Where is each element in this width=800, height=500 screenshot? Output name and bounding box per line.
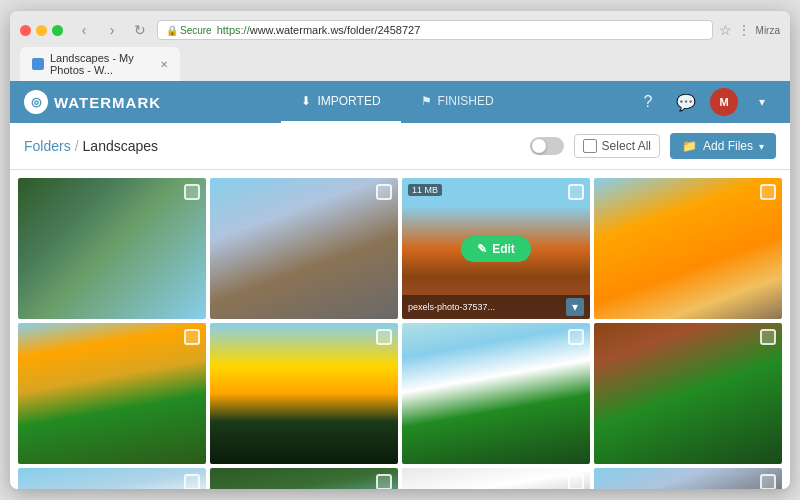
- logo-text: WATERMARK: [54, 94, 161, 111]
- photo-size: 11 MB: [408, 184, 442, 196]
- photo-download-button[interactable]: ▾: [566, 298, 584, 316]
- traffic-lights: [20, 25, 63, 36]
- photo-checkbox[interactable]: [760, 474, 776, 489]
- secure-badge: 🔒 Secure: [166, 25, 212, 36]
- breadcrumb-current: Landscapes: [83, 138, 159, 154]
- lock-icon: 🔒: [166, 25, 178, 36]
- photo-item[interactable]: [210, 323, 398, 464]
- pencil-icon: ✎: [477, 242, 487, 256]
- nav-tabs: ⬇ IMPORTED ⚑ FINISHED: [171, 81, 624, 123]
- address-domain: www.watermark.ws/folder/2458727: [250, 24, 421, 36]
- chat-button[interactable]: 💬: [672, 88, 700, 116]
- address-secure-part: https://: [217, 24, 250, 36]
- select-all-checkbox: [583, 139, 597, 153]
- refresh-button[interactable]: ↻: [129, 19, 151, 41]
- flag-icon: ⚑: [421, 94, 432, 108]
- photo-checkbox[interactable]: [376, 474, 392, 489]
- photo-info-bar: pexels-photo-37537...▾: [402, 295, 590, 319]
- extensions-icon[interactable]: ⋮: [738, 23, 750, 37]
- photo-checkbox[interactable]: [760, 329, 776, 345]
- photo-item[interactable]: ✎ Edit11 MBpexels-photo-37537...▾: [402, 178, 590, 319]
- import-icon: ⬇: [301, 94, 311, 108]
- toolbar-right: Select All 📁 Add Files ▾: [530, 133, 776, 159]
- tab-finished-label: FINISHED: [438, 94, 494, 108]
- photo-checkbox[interactable]: [376, 329, 392, 345]
- header-actions: ? 💬 M ▾: [634, 88, 776, 116]
- toggle-track[interactable]: [530, 137, 564, 155]
- user-label: Mirza: [756, 25, 780, 36]
- add-files-button[interactable]: 📁 Add Files ▾: [670, 133, 776, 159]
- app-header: ◎ WATERMARK ⬇ IMPORTED ⚑ FINISHED ? 💬 M …: [10, 81, 790, 123]
- toggle-thumb: [532, 139, 546, 153]
- edit-button[interactable]: ✎ Edit: [461, 236, 531, 262]
- photo-item[interactable]: [18, 178, 206, 319]
- photo-checkbox[interactable]: [568, 474, 584, 489]
- photo-item[interactable]: [18, 323, 206, 464]
- select-all-button[interactable]: Select All: [574, 134, 660, 158]
- tab-favicon: [32, 58, 44, 70]
- breadcrumb: Folders / Landscapes: [24, 138, 530, 154]
- tab-imported[interactable]: ⬇ IMPORTED: [281, 81, 400, 123]
- chevron-down-icon[interactable]: ▾: [748, 88, 776, 116]
- breadcrumb-separator: /: [75, 138, 79, 154]
- browser-controls: ‹ › ↻ 🔒 Secure https://www.watermark.ws/…: [20, 19, 780, 41]
- photo-grid: ✎ Edit11 MBpexels-photo-37537...▾: [18, 178, 782, 489]
- photo-grid-container[interactable]: ✎ Edit11 MBpexels-photo-37537...▾: [10, 170, 790, 489]
- add-files-chevron-icon: ▾: [759, 141, 764, 152]
- photo-item[interactable]: [594, 178, 782, 319]
- address-text: https://www.watermark.ws/folder/2458727: [217, 24, 421, 36]
- add-files-label: Add Files: [703, 139, 753, 153]
- photo-checkbox[interactable]: [184, 329, 200, 345]
- photo-filename: pexels-photo-37537...: [408, 302, 566, 312]
- photo-item[interactable]: [210, 178, 398, 319]
- select-all-label: Select All: [602, 139, 651, 153]
- browser-chrome: ‹ › ↻ 🔒 Secure https://www.watermark.ws/…: [10, 11, 790, 81]
- close-button[interactable]: [20, 25, 31, 36]
- active-tab[interactable]: Landscapes - My Photos - W... ✕: [20, 47, 180, 81]
- photo-checkbox[interactable]: [568, 329, 584, 345]
- photo-item[interactable]: [210, 468, 398, 489]
- minimize-button[interactable]: [36, 25, 47, 36]
- photo-checkbox[interactable]: [184, 474, 200, 489]
- help-button[interactable]: ?: [634, 88, 662, 116]
- photo-item[interactable]: [594, 468, 782, 489]
- browser-window: ‹ › ↻ 🔒 Secure https://www.watermark.ws/…: [10, 11, 790, 489]
- photo-item[interactable]: [18, 468, 206, 489]
- secure-label: Secure: [180, 25, 212, 36]
- add-icon: 📁: [682, 139, 697, 153]
- logo-area: ◎ WATERMARK: [24, 90, 161, 114]
- photo-checkbox[interactable]: [376, 184, 392, 200]
- tab-finished[interactable]: ⚑ FINISHED: [401, 81, 514, 123]
- photo-checkbox[interactable]: [184, 184, 200, 200]
- back-button[interactable]: ‹: [73, 19, 95, 41]
- browser-actions: ☆ ⋮ Mirza: [719, 22, 780, 38]
- view-toggle[interactable]: [530, 137, 564, 155]
- tab-title: Landscapes - My Photos - W...: [50, 52, 150, 76]
- photo-item[interactable]: [402, 323, 590, 464]
- photo-item[interactable]: [594, 323, 782, 464]
- page-toolbar: Folders / Landscapes Select All 📁 Add Fi…: [10, 123, 790, 170]
- star-icon[interactable]: ☆: [719, 22, 732, 38]
- photo-item[interactable]: [402, 468, 590, 489]
- breadcrumb-root[interactable]: Folders: [24, 138, 71, 154]
- maximize-button[interactable]: [52, 25, 63, 36]
- app-content: ◎ WATERMARK ⬇ IMPORTED ⚑ FINISHED ? 💬 M …: [10, 81, 790, 489]
- tab-close-icon[interactable]: ✕: [160, 59, 168, 70]
- user-avatar[interactable]: M: [710, 88, 738, 116]
- tab-bar: Landscapes - My Photos - W... ✕: [20, 47, 780, 81]
- forward-button[interactable]: ›: [101, 19, 123, 41]
- address-bar[interactable]: 🔒 Secure https://www.watermark.ws/folder…: [157, 20, 713, 40]
- tab-imported-label: IMPORTED: [317, 94, 380, 108]
- photo-checkbox[interactable]: [760, 184, 776, 200]
- logo-icon: ◎: [24, 90, 48, 114]
